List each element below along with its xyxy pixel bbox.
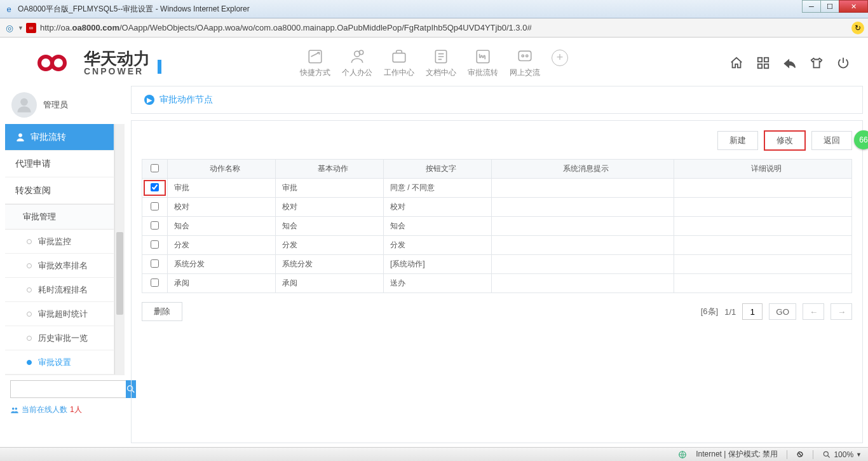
- url-field[interactable]: http://oa.oa8000.com/OAapp/WebObjects/OA…: [39, 23, 849, 32]
- address-bar: ◎ ▼ ∞ http://oa.oa8000.com/OAapp/WebObje…: [0, 18, 868, 38]
- browser-titlebar: e OA8000平台版_FPLMYSQL5--审批设置 - Windows In…: [0, 0, 868, 18]
- dropdown-icon[interactable]: ▼: [18, 25, 24, 31]
- window-controls: ─ ☐ ✕: [803, 0, 868, 13]
- minimize-button[interactable]: ─: [802, 0, 821, 13]
- refresh-icon[interactable]: ↻: [851, 22, 864, 34]
- window-title: OA8000平台版_FPLMYSQL5--审批设置 - Windows Inte…: [18, 4, 250, 15]
- url-path: /OAapp/WebObjects/OAapp.woa/wo/com.oa800…: [119, 23, 532, 32]
- security-shield-icon[interactable]: ◎: [4, 22, 15, 34]
- maximize-button[interactable]: ☐: [820, 0, 839, 13]
- url-prefix: http://oa.: [40, 23, 72, 32]
- favicon-icon: ∞: [26, 23, 36, 33]
- ie-icon: e: [4, 4, 14, 14]
- url-host: oa8000.com: [72, 23, 119, 32]
- close-button[interactable]: ✕: [839, 0, 868, 13]
